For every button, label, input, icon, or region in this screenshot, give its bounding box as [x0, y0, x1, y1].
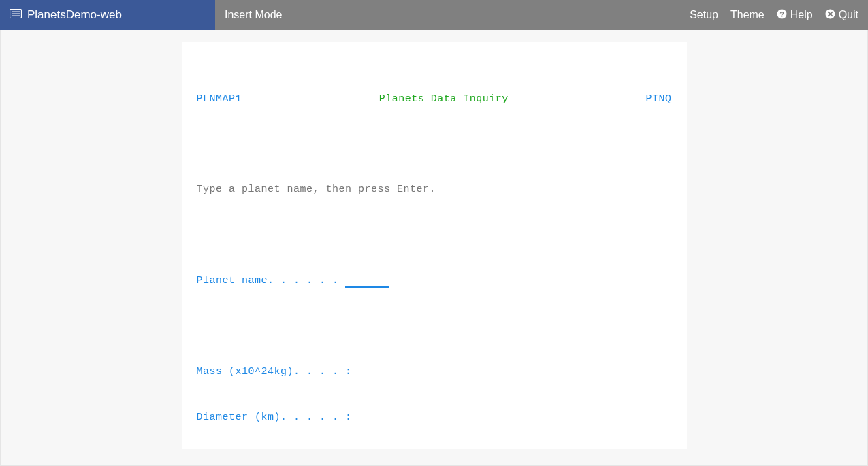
- field-mass: Mass (x10^24kg). . . . :: [197, 365, 672, 380]
- blank-row: [197, 137, 672, 152]
- blank-row: [197, 228, 672, 243]
- theme-label: Theme: [730, 9, 765, 21]
- help-icon: ?: [777, 9, 787, 22]
- mode-indicator: Insert Mode: [225, 9, 282, 21]
- field-diameter: Diameter (km). . . . . :: [197, 410, 672, 425]
- blank-row: [197, 319, 672, 334]
- quit-label: Quit: [839, 9, 858, 21]
- terminal-icon: [10, 8, 22, 22]
- app-brand: PlanetsDemo-web: [0, 0, 215, 30]
- screen-title: Planets Data Inquiry: [379, 92, 509, 107]
- quit-menu[interactable]: Quit: [825, 9, 858, 22]
- planet-name-row: Planet name. . . . . .: [197, 273, 672, 288]
- help-label: Help: [790, 9, 813, 21]
- screen-header: PLNMAP1Planets Data InquiryPINQ: [197, 92, 672, 107]
- planet-name-label: Planet name. . . . . .: [197, 275, 346, 286]
- setup-label: Setup: [690, 9, 718, 21]
- app-title: PlanetsDemo-web: [27, 8, 122, 22]
- screen-code: PINQ: [645, 92, 671, 107]
- svg-text:?: ?: [779, 10, 784, 18]
- instruction-text: Type a planet name, then press Enter.: [197, 182, 672, 197]
- top-bar-right-section: Insert Mode Setup Theme ? Help: [215, 0, 868, 30]
- top-bar: PlanetsDemo-web Insert Mode Setup Theme …: [0, 0, 868, 30]
- help-menu[interactable]: ? Help: [777, 9, 813, 22]
- planet-name-input[interactable]: [345, 276, 389, 288]
- theme-menu[interactable]: Theme: [730, 9, 765, 21]
- terminal-screen: PLNMAP1Planets Data InquiryPINQ Type a p…: [182, 42, 687, 449]
- content-area: PLNMAP1Planets Data InquiryPINQ Type a p…: [0, 30, 868, 466]
- program-id: PLNMAP1: [197, 92, 242, 107]
- close-icon: [825, 9, 835, 22]
- top-menu: Setup Theme ? Help: [690, 9, 858, 22]
- setup-menu[interactable]: Setup: [690, 9, 718, 21]
